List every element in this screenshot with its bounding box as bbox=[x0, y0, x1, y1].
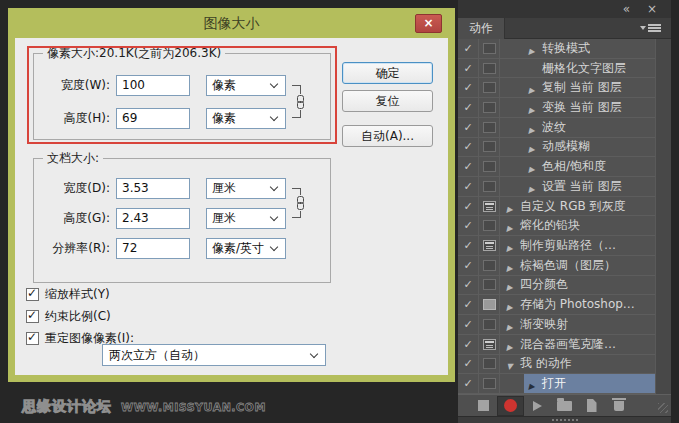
chain-link-icon[interactable] bbox=[295, 94, 305, 110]
dialog-toggle-icon[interactable] bbox=[479, 78, 500, 97]
expand-triangle-icon[interactable] bbox=[502, 275, 517, 294]
value-input[interactable]: 69 bbox=[116, 108, 190, 129]
ok-button[interactable]: 确定 bbox=[342, 62, 433, 84]
dialog-toggle-icon[interactable] bbox=[479, 157, 500, 176]
resample-method-dropdown[interactable]: 两次立方（自动） bbox=[102, 344, 326, 366]
item-enabled-check-icon[interactable] bbox=[458, 276, 479, 295]
expand-triangle-icon[interactable] bbox=[524, 78, 539, 97]
item-enabled-check-icon[interactable] bbox=[458, 374, 479, 393]
item-enabled-check-icon[interactable] bbox=[458, 335, 479, 354]
new-set-button[interactable] bbox=[551, 396, 578, 416]
expand-triangle-icon[interactable] bbox=[524, 39, 539, 58]
expand-triangle-icon[interactable] bbox=[524, 118, 539, 137]
dialog-toggle-icon[interactable] bbox=[479, 315, 500, 334]
dialog-toggle-icon[interactable] bbox=[479, 118, 500, 137]
item-enabled-check-icon[interactable] bbox=[458, 177, 479, 196]
dialog-toggle-icon[interactable] bbox=[479, 355, 500, 374]
expand-triangle-icon[interactable] bbox=[524, 157, 539, 176]
dialog-toggle-icon[interactable] bbox=[479, 236, 500, 255]
dialog-toggle-icon[interactable] bbox=[479, 276, 500, 295]
record-button[interactable] bbox=[497, 396, 524, 416]
auto-button[interactable]: 自动(A)... bbox=[342, 125, 433, 147]
value-input[interactable]: 72 bbox=[116, 238, 190, 259]
expand-triangle-icon[interactable] bbox=[502, 256, 517, 275]
checkbox-checked-icon[interactable] bbox=[26, 332, 39, 345]
expand-triangle-icon[interactable] bbox=[502, 197, 517, 216]
dialog-toggle-icon[interactable] bbox=[479, 197, 500, 216]
dialog-toggle-icon[interactable] bbox=[479, 335, 500, 354]
action-row[interactable]: 色相/饱和度 bbox=[458, 157, 655, 177]
action-row[interactable]: 棕褐色调（图层） bbox=[458, 256, 655, 276]
action-row[interactable]: 自定义 RGB 到灰度 bbox=[458, 197, 655, 217]
delete-button[interactable] bbox=[605, 396, 632, 416]
action-row[interactable]: 四分颜色 bbox=[458, 276, 655, 296]
action-row[interactable]: 混合器画笔克隆… bbox=[458, 335, 655, 355]
dialog-toggle-icon[interactable] bbox=[479, 216, 500, 235]
action-row[interactable]: 渐变映射 bbox=[458, 315, 655, 335]
expand-triangle-icon[interactable] bbox=[502, 354, 517, 373]
value-input[interactable]: 3.53 bbox=[116, 178, 190, 199]
panel-menu-icon[interactable] bbox=[640, 26, 661, 30]
item-enabled-check-icon[interactable] bbox=[458, 59, 479, 78]
dialog-toggle-icon[interactable] bbox=[479, 256, 500, 275]
expand-triangle-icon[interactable] bbox=[502, 236, 517, 255]
item-enabled-check-icon[interactable] bbox=[458, 138, 479, 157]
action-row[interactable]: 变换 当前 图层 bbox=[458, 98, 655, 118]
reset-button[interactable]: 复位 bbox=[342, 90, 433, 112]
unit-dropdown[interactable]: 像素 bbox=[206, 75, 286, 96]
new-action-button[interactable] bbox=[578, 396, 605, 416]
unit-dropdown[interactable]: 厘米 bbox=[206, 208, 286, 229]
dialog-toggle-icon[interactable] bbox=[479, 177, 500, 196]
action-row[interactable]: 设置 当前 图层 bbox=[458, 177, 655, 197]
item-enabled-check-icon[interactable] bbox=[458, 98, 479, 117]
expand-triangle-icon[interactable] bbox=[524, 98, 539, 117]
expand-triangle-icon[interactable] bbox=[524, 177, 539, 196]
action-row[interactable]: 熔化的铅块 bbox=[458, 216, 655, 236]
dialog-toggle-icon[interactable] bbox=[479, 295, 500, 314]
checkbox-checked-icon[interactable] bbox=[26, 310, 39, 323]
expand-triangle-icon[interactable] bbox=[502, 216, 517, 235]
dialog-toggle-icon[interactable] bbox=[479, 138, 500, 157]
action-row[interactable]: 打开 bbox=[458, 374, 655, 394]
action-row[interactable]: 复制 当前 图层 bbox=[458, 78, 655, 98]
dialog-toggle-icon[interactable] bbox=[479, 59, 500, 78]
stop-button[interactable] bbox=[470, 396, 497, 416]
item-enabled-check-icon[interactable] bbox=[458, 236, 479, 255]
expand-triangle-icon[interactable] bbox=[502, 295, 517, 314]
expand-triangle-icon[interactable] bbox=[524, 374, 539, 393]
dialog-toggle-icon[interactable] bbox=[479, 98, 500, 117]
item-enabled-check-icon[interactable] bbox=[458, 315, 479, 334]
checkbox-checked-icon[interactable] bbox=[26, 288, 39, 301]
collapse-panel-icon[interactable]: « bbox=[623, 1, 629, 17]
panel-resize-handle[interactable] bbox=[458, 416, 671, 423]
item-enabled-check-icon[interactable] bbox=[458, 39, 479, 58]
item-enabled-check-icon[interactable] bbox=[458, 355, 479, 374]
expand-triangle-icon[interactable] bbox=[502, 335, 517, 354]
action-row[interactable]: 波纹 bbox=[458, 118, 655, 138]
value-input[interactable]: 2.43 bbox=[116, 208, 190, 229]
option-row[interactable]: 约束比例(C) bbox=[26, 305, 134, 327]
item-enabled-check-icon[interactable] bbox=[458, 197, 479, 216]
item-enabled-check-icon[interactable] bbox=[458, 78, 479, 97]
expand-triangle-icon[interactable] bbox=[502, 315, 517, 334]
value-input[interactable]: 100 bbox=[116, 75, 190, 96]
item-enabled-check-icon[interactable] bbox=[458, 295, 479, 314]
close-panel-icon[interactable]: × bbox=[647, 1, 657, 17]
action-row[interactable]: 存储为 Photoshop… bbox=[458, 295, 655, 315]
action-row[interactable]: 我 的动作 bbox=[458, 355, 655, 375]
item-enabled-check-icon[interactable] bbox=[458, 216, 479, 235]
unit-dropdown[interactable]: 像素/英寸 bbox=[206, 238, 286, 259]
dialog-toggle-icon[interactable] bbox=[479, 39, 500, 58]
unit-dropdown[interactable]: 像素 bbox=[206, 108, 286, 129]
play-button[interactable] bbox=[524, 396, 551, 416]
resize-grip-icon[interactable] bbox=[658, 403, 668, 413]
item-enabled-check-icon[interactable] bbox=[458, 157, 479, 176]
action-row[interactable]: 转换模式 bbox=[458, 39, 655, 59]
option-row[interactable]: 缩放样式(Y) bbox=[26, 283, 134, 305]
expand-triangle-icon[interactable] bbox=[524, 137, 539, 156]
chain-link-icon[interactable] bbox=[295, 195, 305, 211]
scrollbar-track[interactable] bbox=[655, 39, 671, 394]
item-enabled-check-icon[interactable] bbox=[458, 256, 479, 275]
tab-actions[interactable]: 动作 bbox=[458, 18, 505, 39]
item-enabled-check-icon[interactable] bbox=[458, 118, 479, 137]
